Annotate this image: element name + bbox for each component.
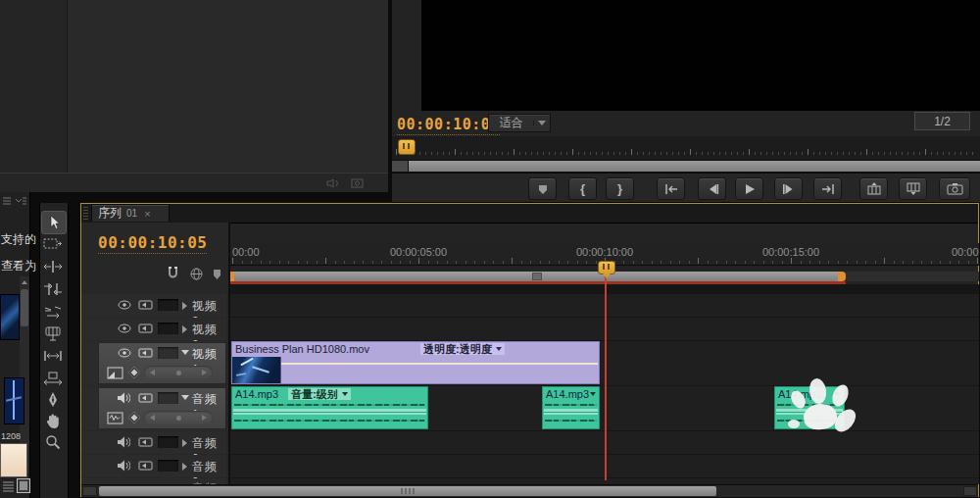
toggle-output-eye-icon[interactable]	[118, 324, 131, 333]
track-header-video3: 视频 3	[81, 294, 226, 317]
volume-rubber-band[interactable]	[544, 409, 598, 415]
keyframe-dot-icon	[176, 416, 181, 421]
step-back-button[interactable]	[698, 177, 726, 200]
toggle-output-eye-icon[interactable]	[118, 300, 131, 310]
project-thumbnail-3[interactable]	[0, 443, 27, 477]
expand-triangle-icon[interactable]	[182, 325, 187, 333]
scrollbar-thumb[interactable]	[99, 486, 716, 496]
tab-sequence-01[interactable]: 序列 01 ×	[91, 204, 170, 222]
mark-in-button[interactable]: {	[568, 177, 597, 200]
rate-stretch-tool[interactable]	[43, 304, 63, 320]
go-to-out-button[interactable]	[813, 177, 842, 200]
track-lock-toggle[interactable]	[158, 436, 178, 448]
expand-triangle-icon[interactable]	[182, 439, 187, 447]
sync-lock-icon[interactable]	[138, 347, 153, 359]
go-to-in-button[interactable]	[657, 177, 685, 200]
audio-meter-icon[interactable]	[326, 178, 340, 188]
sync-lock-icon[interactable]	[138, 392, 153, 404]
icon-view-icon[interactable]	[17, 478, 30, 493]
clip-a14-2[interactable]: A14.mp3	[542, 386, 600, 429]
work-area-bar[interactable]	[232, 272, 838, 281]
work-area-start-handle[interactable]	[230, 272, 234, 281]
slide-tool[interactable]	[43, 371, 63, 386]
sync-lock-icon[interactable]	[138, 436, 153, 448]
list-view-icon[interactable]	[2, 480, 15, 492]
export-frame-small-icon[interactable]	[351, 178, 364, 188]
waveform-style-icon[interactable]	[107, 412, 123, 424]
play-button[interactable]	[735, 177, 763, 200]
timeline-h-scrollbar[interactable]	[81, 484, 978, 497]
track-lock-toggle[interactable]	[158, 392, 178, 404]
keyframe-nav-pill[interactable]	[144, 411, 213, 424]
volume-rubber-band[interactable]	[233, 409, 426, 415]
fit-dropdown[interactable]: 适合	[488, 114, 551, 132]
sync-lock-icon[interactable]	[138, 460, 153, 472]
razor-tool[interactable]	[44, 325, 62, 342]
mark-out-button[interactable]: }	[606, 177, 634, 200]
work-area-grip[interactable]	[532, 273, 542, 280]
sync-lock-icon[interactable]	[138, 323, 153, 334]
track-lock-toggle[interactable]	[158, 347, 178, 359]
lift-button[interactable]	[859, 177, 888, 200]
hand-tool[interactable]	[45, 413, 61, 429]
next-keyframe-icon[interactable]	[202, 415, 207, 421]
track-lock-toggle[interactable]	[158, 460, 178, 472]
playhead-marker[interactable]	[598, 261, 615, 274]
chevron-down-icon[interactable]	[590, 392, 596, 396]
playhead-line[interactable]	[605, 263, 607, 480]
program-scrollbar-thumb[interactable]	[409, 161, 980, 172]
program-video-frame	[421, 0, 980, 111]
project-thumbnail-1[interactable]	[0, 294, 20, 340]
toggle-output-eye-icon[interactable]	[118, 348, 131, 358]
prev-keyframe-icon[interactable]	[150, 415, 155, 421]
toggle-output-speaker-icon[interactable]	[117, 436, 130, 448]
panel-grip[interactable]	[83, 207, 88, 220]
collapse-triangle-icon[interactable]	[181, 350, 189, 355]
keyframe-dot-icon	[176, 371, 181, 375]
rolling-edit-tool[interactable]	[43, 281, 63, 297]
encore-marker-icon[interactable]	[189, 267, 204, 281]
clip-effect-chip[interactable]: 透明度:透明度	[420, 343, 505, 355]
program-playhead-marker[interactable]	[398, 139, 416, 155]
track-select-tool[interactable]	[43, 236, 63, 252]
collapse-triangle-icon[interactable]	[181, 395, 189, 400]
export-frame-button[interactable]	[939, 177, 970, 200]
program-timecode[interactable]: 00:00:10:05	[397, 116, 500, 135]
clip-effect-label: 音量:级别	[291, 387, 338, 402]
project-thumbnail-2[interactable]	[4, 377, 24, 424]
expand-triangle-icon[interactable]	[182, 463, 187, 471]
scrollbar-right-box[interactable]	[963, 486, 977, 496]
scrollbar-left-box[interactable]	[82, 486, 97, 496]
timeline-timecode[interactable]: 00:00:10:05	[98, 233, 207, 254]
opacity-rubber-band[interactable]	[281, 363, 598, 365]
extract-button[interactable]	[899, 177, 927, 200]
toggle-output-speaker-icon[interactable]	[117, 392, 130, 404]
resolution-dropdown[interactable]: 1/2	[914, 112, 970, 130]
keyframe-nav-pill[interactable]	[144, 366, 213, 379]
clip-a14-1[interactable]: A14.mp3 音量:级别	[231, 386, 428, 429]
display-style-icon[interactable]	[107, 367, 123, 379]
track-lock-toggle[interactable]	[158, 323, 178, 334]
work-area-end-handle[interactable]	[838, 272, 846, 281]
unnumbered-marker-icon[interactable]	[212, 269, 222, 280]
clip-business-plan[interactable]: Business Plan HD1080.mov 透明度:透明度	[231, 341, 600, 384]
track-lock-toggle[interactable]	[158, 299, 178, 311]
pen-tool[interactable]	[46, 391, 60, 409]
resolution-label: 1/2	[934, 115, 951, 128]
add-marker-button[interactable]	[528, 177, 557, 200]
next-keyframe-icon[interactable]	[202, 370, 207, 375]
selection-tool[interactable]	[41, 211, 67, 234]
tab-close-icon[interactable]: ×	[144, 208, 150, 220]
expand-triangle-icon[interactable]	[182, 302, 187, 310]
zoom-tool[interactable]	[45, 434, 61, 450]
snap-icon[interactable]	[166, 267, 180, 281]
sync-lock-icon[interactable]	[138, 299, 153, 311]
clip-effect-chip[interactable]: 音量:级别	[288, 388, 351, 400]
step-forward-button[interactable]	[774, 177, 803, 200]
program-scrollbar[interactable]	[392, 160, 980, 173]
ripple-edit-tool[interactable]	[43, 259, 63, 274]
prev-keyframe-icon[interactable]	[150, 370, 155, 375]
toggle-output-speaker-icon[interactable]	[117, 460, 130, 472]
project-scrollbar-thumb[interactable]	[21, 289, 28, 326]
slip-tool[interactable]	[43, 348, 63, 364]
